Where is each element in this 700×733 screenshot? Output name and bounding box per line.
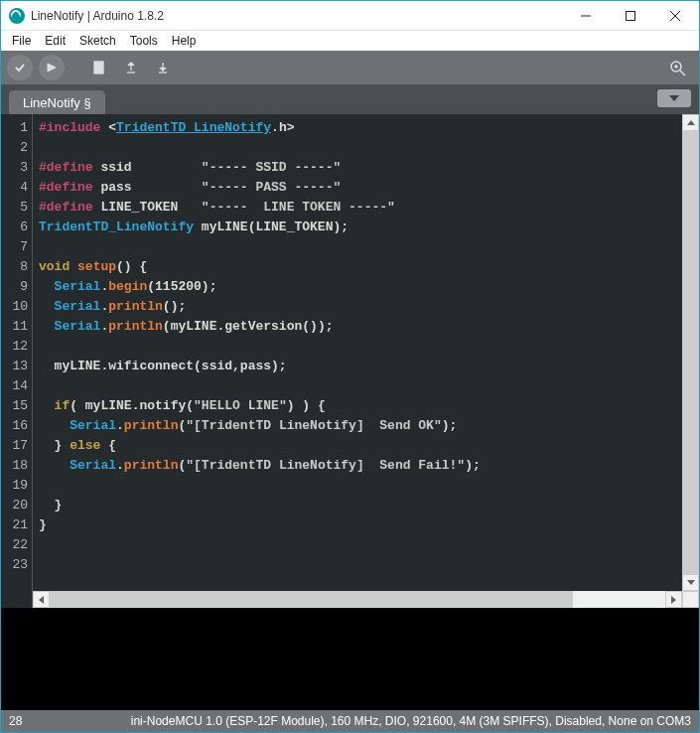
arduino-icon [9,8,25,24]
open-sketch-button[interactable] [118,55,144,80]
menu-tools[interactable]: Tools [123,32,165,50]
verify-button[interactable] [7,55,33,80]
svg-point-13 [675,66,677,68]
title-bar: LineNotify | Arduino 1.8.2 [1,1,699,31]
menu-edit[interactable]: Edit [38,32,72,50]
scrollbar-thumb[interactable] [682,131,699,574]
line-gutter: 1234567891011121314151617181920212223 [1,114,33,591]
menu-help[interactable]: Help [165,32,204,50]
tab-bar: LineNotify § [1,84,699,114]
tab-sketch[interactable]: LineNotify § [9,90,105,114]
code-editor[interactable]: 1234567891011121314151617181920212223 #i… [1,114,699,591]
svg-marker-15 [687,120,695,125]
horizontal-scrollbar[interactable] [33,591,682,608]
save-sketch-button[interactable] [150,55,176,80]
menu-bar: FileEditSketchToolsHelp [1,31,699,51]
status-board: ini-NodeMCU 1.0 (ESP-12F Module), 160 MH… [37,714,691,728]
menu-sketch[interactable]: Sketch [72,32,123,50]
menu-file[interactable]: File [5,32,38,50]
new-sketch-button[interactable] [86,55,112,80]
maximize-button[interactable] [608,1,652,30]
close-button[interactable] [652,1,697,30]
scroll-down-icon[interactable] [682,574,699,591]
svg-marker-18 [671,596,676,604]
svg-marker-14 [669,95,679,101]
svg-marker-4 [48,64,56,72]
svg-rect-1 [626,11,634,20]
scroll-up-icon[interactable] [682,114,699,131]
code-area[interactable]: #include <TridentTD_LineNotify.h> #defin… [33,114,682,591]
tab-menu-button[interactable] [657,89,691,107]
svg-marker-17 [39,596,44,604]
toolbar [1,51,699,84]
upload-button[interactable] [39,55,65,80]
svg-marker-16 [687,580,695,585]
status-bar: 28 ini-NodeMCU 1.0 (ESP-12F Module), 160… [1,710,699,732]
serial-monitor-button[interactable] [663,55,693,80]
status-cursor: 28 [9,714,37,728]
console-output [1,608,699,710]
svg-line-12 [680,71,685,75]
vertical-scrollbar[interactable] [682,114,699,591]
window-title: LineNotify | Arduino 1.8.2 [31,9,563,23]
minimize-button[interactable] [563,1,608,30]
